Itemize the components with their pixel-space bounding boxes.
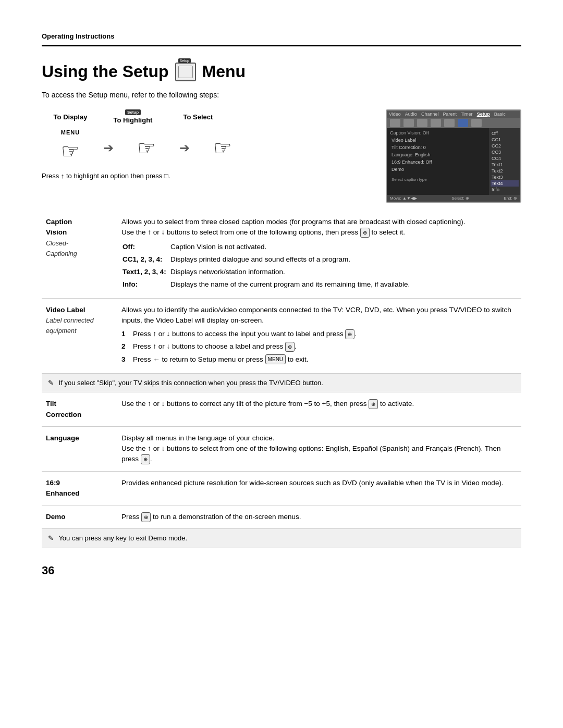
tv-icon-4 [431,119,441,127]
tv-menu-bar: Video Audio Channel Parent Timer Setup B… [387,110,520,118]
row-note-demo: ✎ You can press any key to exit Demo mod… [42,529,521,548]
steps-icons: MENU ☞ ➔ ☞ ➔ ☞ [42,129,386,167]
tv-footer-end: End: ⊗ [504,196,517,201]
term-main-video-label: Video Label [46,306,85,314]
tv-icon-1 [390,119,400,127]
def-169-enhanced: Provides enhanced picture resolution for… [117,471,521,505]
tv-icon-2 [403,119,414,127]
highlight-hand-icon: ☞ [131,132,162,164]
row-video-label: Video Label Label connected equipment Al… [42,298,521,373]
video-label-step-2: 2 Press ↑ or ↓ buttons to choose a label… [121,341,517,352]
term-sub-caption-vision: Closed-Captioning [46,240,77,257]
tv-side-text4-selected: Text4 [491,180,519,187]
content-table: CaptionVision Closed-Captioning Allows y… [42,211,521,548]
term-main-demo: Demo [46,513,66,521]
enter-btn-tilt: ⊕ [369,399,378,409]
setup-badge: Setup [178,58,191,63]
note-icon-1: ✎ [48,378,54,388]
def-video-label: Allows you to identify the audio/video c… [117,298,521,373]
arrow-icon-1: ➔ [103,141,114,155]
term-caption-vision: CaptionVision Closed-Captioning [42,211,117,298]
video-label-step-1-text: Press ↑ or ↓ buttons to access the input… [133,329,357,339]
tv-screen: Video Audio Channel Parent Timer Setup B… [386,109,521,203]
page-title: Using the Setup Setup Menu [42,62,521,81]
note-video-label-text: If you select "Skip", your TV skips this… [59,379,323,387]
steps-area: To Display Setup To Highlight To Select … [42,109,521,203]
row-note-video-label: ✎ If you select "Skip", your TV skips th… [42,373,521,392]
tv-icon-6-active [458,119,468,127]
highlight-step: ☞ [118,132,175,164]
tv-side-text1: Text1 [491,162,519,168]
term-language: Language [42,426,117,471]
intro-text: To access the Setup menu, refer to the f… [42,91,521,99]
def-term-cc: CC1, 2, 3, 4: [123,254,169,265]
def-term-off: Off: [123,241,169,253]
tv-menu-parent: Parent [443,112,457,117]
def-demo: Press ⊕ to run a demonstration of the on… [117,505,521,529]
video-label-def: Allows you to identify the audio/video c… [121,306,511,324]
note-icon-2: ✎ [48,533,54,544]
enter-btn-2: ⊕ [345,329,354,339]
select-step: ☞ [194,132,251,164]
term-video-label: Video Label Label connected equipment [42,298,117,373]
def-row-cc: CC1, 2, 3, 4: Displays printed dialogue … [123,254,516,265]
term-tilt-correction: TiltCorrection [42,392,117,427]
video-label-step-1: 1 Press ↑ or ↓ buttons to access the inp… [121,329,517,339]
step-display-label: To Display [42,113,99,121]
menu-btn: MENU [265,354,286,364]
tv-footer: Move: ▲▼◀▶ Select: ⊕ End: ⊗ [387,195,520,202]
row-tilt-correction: TiltCorrection Use the ↑ or ↓ buttons to… [42,392,521,427]
tv-row-tilt: Tilt Correction: 0 [390,144,486,151]
tv-icon-3 [417,119,427,127]
steps-left: To Display Setup To Highlight To Select … [42,109,386,180]
169-def: Provides enhanced picture resolution for… [121,479,504,487]
tv-side-cc3: CC3 [491,149,519,155]
header-title: Operating Instructions [42,32,114,40]
enter-btn-demo: ⊕ [141,512,151,522]
tv-footer-move: Move: ▲▼◀▶ [390,196,417,201]
display-step: MENU ☞ [42,129,99,167]
tv-row-caption-type: Select caption type [390,176,486,183]
tilt-def: Use the ↑ or ↓ buttons to correct any ti… [121,400,414,408]
tv-menu-audio: Audio [405,112,417,117]
tv-caption-off: Caption Vision: Off [390,130,486,135]
enter-btn-3: ⊕ [285,342,295,352]
enter-btn-lang: ⊕ [141,454,150,464]
tv-main-list: Caption Vision: Off Video Label Tilt Cor… [387,128,489,195]
term-sub-video-label: Label connected equipment [46,317,94,335]
tv-side-text2: Text2 [491,168,519,174]
page-number: 36 [42,564,521,577]
term-main-tilt: TiltCorrection [46,400,81,418]
def-val-info: Displays the name of the current program… [170,279,516,290]
video-label-step-3-text: Press ← to return to Setup menu or press… [133,354,309,365]
def-language: Display all menus in the language of you… [117,426,521,471]
note-video-label: ✎ If you select "Skip", your TV skips th… [42,373,521,392]
caption-vision-main-def: Allows you to select from three closed c… [121,218,466,226]
highlight-setup-badge: Setup [125,109,141,115]
tv-row-169: 16:9 Enhanced: Off [390,158,486,166]
tv-menu-video: Video [389,112,401,117]
tv-icons-bar [387,118,520,128]
tv-menu-basic: Basic [494,112,506,117]
def-tilt-correction: Use the ↑ or ↓ buttons to correct any ti… [117,392,521,427]
tv-side-cc1: CC1 [491,137,519,143]
steps-labels: To Display Setup To Highlight To Select [42,109,386,124]
menu-hand-icon: ☞ [55,135,86,167]
video-label-steps: 1 Press ↑ or ↓ buttons to access the inp… [121,329,517,365]
row-169-enhanced: 16:9Enhanced Provides enhanced picture r… [42,471,521,505]
tv-icon-5 [444,119,455,127]
enter-btn-1: ⊕ [360,228,370,238]
title-suffix: Menu [202,62,246,81]
def-row-off: Off: Caption Vision is not activated. [123,241,516,253]
tv-footer-select: Select: ⊕ [451,196,469,201]
term-169-enhanced: 16:9Enhanced [42,471,117,505]
step-select-label: To Select [167,113,229,121]
video-label-step-2-text: Press ↑ or ↓ buttons to choose a label a… [133,341,297,352]
video-label-step-3: 3 Press ← to return to Setup menu or pre… [121,354,517,365]
row-caption-vision: CaptionVision Closed-Captioning Allows y… [42,211,521,298]
def-caption-vision: Allows you to select from three closed c… [117,211,521,298]
tv-side-list: Off CC1 CC2 CC3 CC4 Text1 Text2 Text3 Te… [489,128,520,195]
term-main-caption-vision: CaptionVision [46,218,72,236]
def-row-info: Info: Displays the name of the current p… [123,279,516,290]
def-term-info: Info: [123,279,169,290]
